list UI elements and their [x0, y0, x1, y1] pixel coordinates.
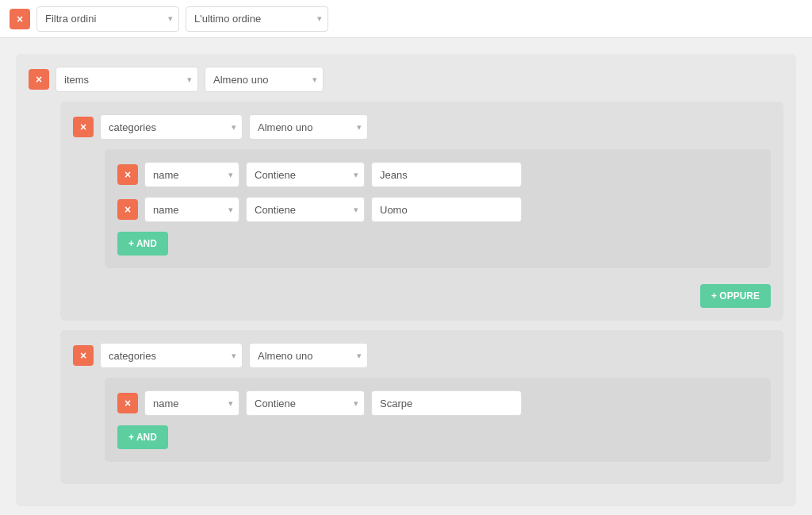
- level3-scarpe-condition-select[interactable]: Contiene: [246, 390, 365, 416]
- level3-scarpe-field-wrapper: name: [144, 390, 239, 416]
- level3-uomo-condition-select[interactable]: Contiene: [246, 197, 365, 222]
- level2-group1-condition-select[interactable]: Almeno uno: [249, 114, 368, 140]
- level3-jeans-condition-wrapper: Contiene: [246, 162, 365, 187]
- level2-group1-add-oppure-button[interactable]: + OPPURE: [700, 284, 771, 308]
- level3-scarpe-field-select[interactable]: name: [144, 390, 239, 416]
- period-select[interactable]: L'ultimo ordine: [186, 6, 328, 32]
- top-close-button[interactable]: ×: [10, 9, 30, 29]
- level2-group1-condition-wrapper: Almeno uno: [249, 114, 368, 140]
- level3-group2-add-and-button[interactable]: + AND: [117, 425, 168, 449]
- level3-row-uomo: × name Contiene: [117, 197, 758, 222]
- level3-group2-container: × name Contiene + AND: [105, 378, 771, 462]
- level2-group1-oppure-row: + OPPURE: [73, 278, 771, 308]
- level3-group1-add-and-button[interactable]: + AND: [117, 232, 168, 256]
- level3-row-scarpe: × name Contiene: [117, 390, 758, 416]
- level3-jeans-field-select[interactable]: name: [144, 162, 239, 187]
- level2-group1-close-button[interactable]: ×: [73, 117, 94, 137]
- level2-group2-condition-select[interactable]: Almeno uno: [249, 343, 368, 368]
- level3-uomo-condition-wrapper: Contiene: [246, 197, 365, 222]
- level3-jeans-condition-select[interactable]: Contiene: [246, 162, 365, 187]
- level3-scarpe-condition-wrapper: Contiene: [246, 390, 365, 416]
- level1-condition-select[interactable]: Almeno uno: [205, 67, 324, 92]
- level3-jeans-close-button[interactable]: ×: [117, 164, 138, 185]
- level2-group2-container: × categories Almeno uno ×: [60, 330, 783, 484]
- level2-group2-row: × categories Almeno uno: [73, 343, 771, 368]
- level2-group1-container: × categories Almeno uno ×: [60, 102, 783, 321]
- level3-scarpe-value-input[interactable]: [371, 390, 522, 416]
- level1-condition-wrapper: Almeno uno: [205, 67, 324, 92]
- top-bar: × Filtra ordini L'ultimo ordine: [0, 0, 812, 38]
- level2-group1-field-wrapper: categories: [100, 114, 243, 140]
- level2-group2-close-button[interactable]: ×: [73, 345, 94, 366]
- filter-type-wrapper: Filtra ordini: [36, 6, 179, 32]
- level1-close-button[interactable]: ×: [29, 69, 49, 90]
- level3-uomo-close-button[interactable]: ×: [117, 199, 138, 220]
- level2-group1-row: × categories Almeno uno: [73, 114, 771, 140]
- level2-group2-field-select[interactable]: categories: [100, 343, 243, 368]
- level2-group2-condition-wrapper: Almeno uno: [249, 343, 368, 368]
- level1-field-wrapper: items: [56, 67, 198, 92]
- level3-jeans-field-wrapper: name: [144, 162, 239, 187]
- level2-group2-field-wrapper: categories: [100, 343, 243, 368]
- level3-uomo-value-input[interactable]: [371, 197, 522, 222]
- level1-container: × items Almeno uno × categories: [16, 54, 796, 506]
- level1-field-select[interactable]: items: [56, 67, 198, 92]
- level3-row-jeans: × name Contiene: [117, 162, 758, 187]
- level3-uomo-field-wrapper: name: [144, 197, 239, 222]
- level3-jeans-value-input[interactable]: [371, 162, 522, 187]
- level3-uomo-field-select[interactable]: name: [144, 197, 239, 222]
- level2-group1-field-select[interactable]: categories: [100, 114, 243, 140]
- level3-group1-container: × name Contiene ×: [105, 149, 771, 268]
- level3-scarpe-close-button[interactable]: ×: [117, 393, 138, 413]
- level1-row: × items Almeno uno: [29, 67, 783, 92]
- period-select-wrapper: L'ultimo ordine: [186, 6, 328, 32]
- filter-type-select[interactable]: Filtra ordini: [36, 6, 179, 32]
- main-content: × items Almeno uno × categories: [0, 38, 812, 515]
